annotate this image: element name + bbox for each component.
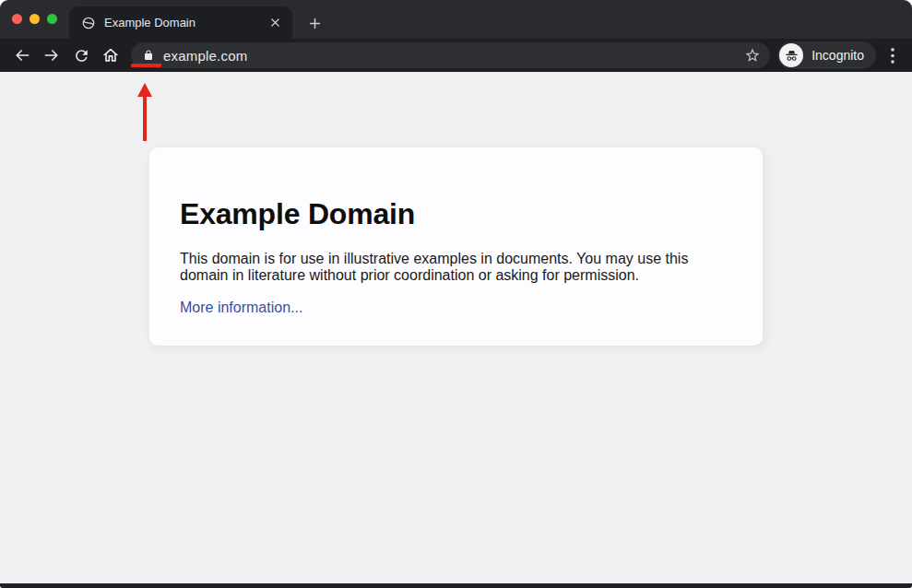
browser-menu-button[interactable] xyxy=(881,41,905,69)
content-card: Example Domain This domain is for use in… xyxy=(149,147,763,346)
tab-strip: Example Domain xyxy=(0,0,912,39)
new-tab-button[interactable] xyxy=(302,10,327,36)
incognito-badge: Incognito xyxy=(777,41,876,69)
globe-icon xyxy=(81,16,96,30)
more-information-link[interactable]: More information... xyxy=(180,300,302,315)
home-button[interactable] xyxy=(96,41,125,70)
incognito-label: Incognito xyxy=(811,48,864,63)
forward-button[interactable] xyxy=(37,41,66,70)
tab-title: Example Domain xyxy=(104,16,266,29)
incognito-icon xyxy=(779,43,803,67)
minimize-window-button[interactable] xyxy=(30,14,40,24)
reload-icon xyxy=(73,47,90,65)
forward-arrow-icon xyxy=(42,46,61,65)
tab-example-domain[interactable]: Example Domain xyxy=(69,6,292,39)
tab-close-icon[interactable] xyxy=(266,15,283,31)
bookmark-star-icon[interactable] xyxy=(744,47,761,64)
back-button[interactable] xyxy=(7,41,37,70)
reload-button[interactable] xyxy=(66,41,96,70)
page-viewport: Example Domain This domain is for use in… xyxy=(0,72,912,583)
address-bar[interactable]: example.com xyxy=(131,42,770,68)
annotation-red-arrow xyxy=(137,83,152,141)
zoom-window-button[interactable] xyxy=(47,14,57,24)
annotation-red-underline xyxy=(131,64,161,67)
window-bottom-edge xyxy=(0,583,912,588)
lock-icon[interactable] xyxy=(143,49,154,62)
arrow-head xyxy=(137,83,152,97)
url-text: example.com xyxy=(163,48,744,64)
traffic-lights xyxy=(12,14,57,24)
plus-icon xyxy=(307,16,323,31)
arrow-shaft xyxy=(143,96,147,141)
body-paragraph: This domain is for use in illustrative e… xyxy=(180,251,715,284)
browser-window: Example Domain xyxy=(0,0,912,588)
back-arrow-icon xyxy=(13,46,31,65)
close-window-button[interactable] xyxy=(12,14,22,24)
browser-toolbar: example.com Incognito xyxy=(0,39,912,72)
kebab-menu-icon xyxy=(891,48,894,64)
link-row: More information... xyxy=(180,300,732,316)
home-icon xyxy=(101,46,120,65)
page-title: Example Domain xyxy=(180,197,732,231)
